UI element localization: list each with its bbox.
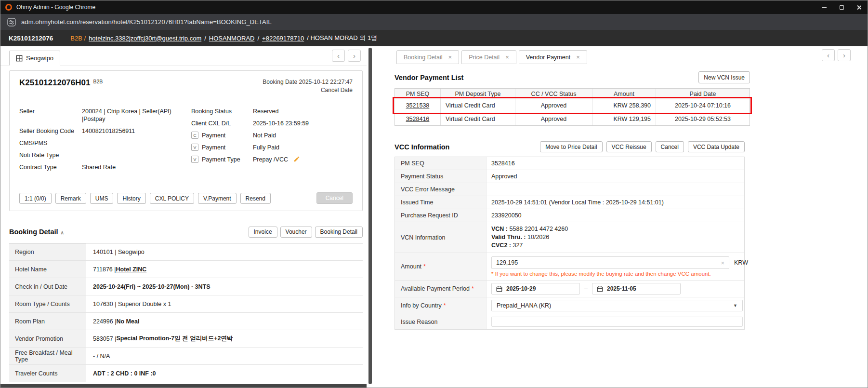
seller-booking-code-label: Seller Booking Code: [19, 127, 82, 135]
vcc-row-info-by-country: Info by Country* Prepaid_HANA (KR) ▼: [395, 297, 744, 314]
cell-amount: KRW 258,390: [592, 99, 656, 112]
vcn-information-value: VCN : 5588 2201 4472 4260 Valid Thru. : …: [487, 222, 744, 253]
vcc-data-update-button[interactable]: VCC Data Update: [688, 141, 745, 152]
vcc-reissue-button[interactable]: VCC Reissue: [606, 141, 652, 152]
pm-seq-link[interactable]: 3528416: [406, 116, 430, 122]
minimize-button[interactable]: [815, 0, 833, 14]
row-label: Payment Status: [395, 170, 487, 183]
period-separator: –: [584, 285, 588, 292]
vendor-flag-icon: V: [191, 156, 198, 163]
booking-detail-button[interactable]: Booking Detail: [315, 227, 363, 238]
detail-row-free-breakfast: Free Breakfast / Meal Type - / N/A: [9, 348, 363, 365]
amount-change-note: * If you want to change this, please mod…: [491, 271, 711, 277]
vcc-information-header: VCC Information Move to Price Detail VCC…: [395, 141, 745, 152]
payment-type-value: Prepay /VCC: [253, 156, 353, 163]
edit-payment-type-icon[interactable]: [293, 156, 300, 162]
invoice-button[interactable]: Invoice: [249, 227, 277, 238]
cxl-policy-button[interactable]: CXL POLICY: [150, 193, 194, 204]
close-tab-icon[interactable]: ×: [576, 54, 580, 61]
move-to-price-detail-button[interactable]: Move to Price Detail: [540, 141, 602, 152]
one-to-one-button[interactable]: 1:1 (0/0): [19, 193, 52, 204]
row-label: VCC Error Message: [395, 183, 487, 196]
voucher-button[interactable]: Voucher: [280, 227, 312, 238]
maximize-button[interactable]: [833, 0, 850, 14]
seller-value: 200024 | Ctrip Korea | Seller(API) |Post…: [82, 107, 191, 123]
row-label: Amount*: [395, 253, 487, 280]
row-label: Info by Country*: [395, 297, 487, 314]
vcc-row-issue-reason: Issue Reason: [395, 314, 744, 329]
period-start-input[interactable]: 2025-10-29: [491, 283, 580, 294]
tab-price-detail[interactable]: Price Detail ×: [461, 50, 516, 64]
vcc-row-pm-seq: PM SEQ 3528416: [395, 157, 744, 170]
clear-icon[interactable]: ×: [721, 259, 724, 267]
period-end-value: 2025-11-05: [607, 285, 636, 292]
row-value: 2025-10-24(Fri) ~ 2025-10-27(Mon) - 3NTS: [93, 283, 210, 290]
info-by-country-select[interactable]: Prepaid_HANA (KR) ▼: [491, 300, 743, 311]
table-row: 3528416 Virtual Credit Card Approved KRW…: [395, 112, 750, 125]
amount-label-text: Amount: [401, 263, 421, 270]
detail-row-vendor-promotion: Vendor Promotion 583057 | Special Promot…: [9, 330, 363, 348]
cvc2-value: 327: [513, 242, 523, 249]
amount-value-cell: 129,195 × KRW * If you want to change th…: [487, 253, 753, 280]
calendar-icon: [597, 286, 603, 292]
contract-type-label: Contract Type: [19, 163, 82, 171]
cancel-booking-button[interactable]: Cancel: [316, 192, 353, 204]
tab-vendor-payment[interactable]: Vendor Payment ×: [519, 50, 587, 64]
table-header-row: PM SEQ PM Deposit Type CC / VCC Status A…: [395, 89, 750, 99]
c-payment-label: Payment: [202, 132, 225, 139]
browser-address-bar[interactable]: adm.ohmyhotel.com/reservation/hotel/K251…: [0, 14, 868, 30]
vcc-cancel-button[interactable]: Cancel: [656, 141, 684, 152]
selected-country-option: Prepaid_HANA (KR): [497, 302, 551, 309]
next-tab-button[interactable]: ›: [838, 49, 851, 61]
new-vcn-issue-button[interactable]: New VCN Issue: [698, 71, 750, 83]
vcn-label: VCN :: [491, 226, 508, 232]
cell-deposit-type: Virtual Credit Card: [441, 112, 515, 125]
v-payment-label: Payment: [202, 144, 225, 151]
v-payment-button[interactable]: V.Payment: [198, 193, 237, 204]
close-tab-icon[interactable]: ×: [505, 54, 509, 61]
close-button[interactable]: [850, 0, 868, 14]
collapse-icon[interactable]: ∧: [61, 230, 64, 235]
detail-tabs-panel: Booking Detail × Price Detail × Vendor P…: [381, 46, 868, 388]
horizontal-scrollbar[interactable]: [0, 384, 367, 388]
tab-booking-detail[interactable]: Booking Detail ×: [396, 50, 459, 64]
history-button[interactable]: History: [117, 193, 145, 204]
booking-detail-actions: Invoice Voucher Booking Detail: [249, 227, 363, 238]
cell-deposit-type: Virtual Credit Card: [441, 99, 515, 112]
row-label: Issue Reason: [395, 314, 487, 329]
contract-type-value: Shared Rate: [82, 163, 191, 171]
next-tab-button[interactable]: ›: [348, 50, 361, 62]
hotel-name-link[interactable]: Hotel ZINC: [116, 266, 147, 273]
required-mark: *: [444, 302, 446, 309]
vertical-scrollbar[interactable]: [368, 48, 372, 384]
row-label: Purchase Request ID: [395, 209, 487, 222]
site-settings-icon[interactable]: [7, 18, 16, 27]
ums-button[interactable]: UMS: [90, 193, 114, 204]
resend-button[interactable]: Resend: [240, 193, 271, 204]
close-tab-icon[interactable]: ×: [448, 54, 452, 61]
table-row: 3521538 Virtual Credit Card Approved KRW…: [395, 99, 750, 112]
prev-tab-button[interactable]: ‹: [822, 49, 835, 61]
vcc-row-vcn-information: VCN Information VCN : 5588 2201 4472 426…: [395, 222, 744, 253]
window-titlebar: Ohmy Admin - Google Chrome: [0, 0, 868, 14]
valid-thru-value: 10/2026: [527, 234, 549, 241]
issue-reason-input[interactable]: [491, 317, 743, 327]
booking-detail-title: Booking Detail∧: [9, 228, 64, 236]
tab-seogwipo[interactable]: Seogwipo: [9, 51, 60, 66]
guest-account-link[interactable]: HOSANMORAD: [209, 35, 255, 42]
period-end-input[interactable]: 2025-11-05: [592, 283, 681, 294]
prev-tab-button[interactable]: ‹: [332, 50, 345, 62]
amount-input[interactable]: 129,195 ×: [491, 256, 729, 269]
detail-row-hotel-name: Hotel Name 711876 | Hotel ZINC: [9, 261, 363, 278]
pm-seq-link[interactable]: 3521538: [406, 102, 430, 109]
guest-phone-link[interactable]: +82269178710: [262, 35, 304, 42]
v-payment-value: Fully Paid: [253, 144, 353, 151]
detail-row-room-plan: Room Plan 224996 | No Meal: [9, 313, 363, 330]
window-title: Ohmy Admin - Google Chrome: [16, 4, 815, 11]
vendor-flag-icon: V: [191, 144, 198, 151]
detail-row-check-in-out: Check in / Out Date 2025-10-24(Fri) ~ 20…: [9, 278, 363, 295]
row-label: PM SEQ: [395, 157, 487, 170]
guest-email-link[interactable]: hotelzinc.3382jzoffcj30rt@guest.trip.com: [89, 35, 201, 42]
header-separator: /: [204, 35, 206, 42]
remark-button[interactable]: Remark: [55, 193, 86, 204]
